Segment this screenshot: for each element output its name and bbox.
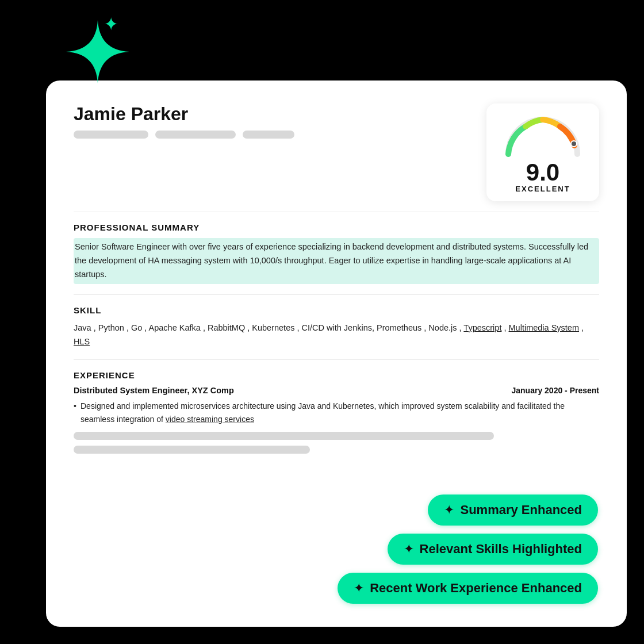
skill-title: SKILL [74,305,599,315]
placeholder-line-2 [74,446,310,454]
header-row: Jamie Parker [74,103,599,201]
contact-bar-1 [74,131,148,139]
resume-card: Jamie Parker [46,80,627,627]
skill-sep-1: , [504,323,508,332]
sparkle-decoration [63,17,132,89]
divider-3 [74,359,599,360]
score-value: 9.0 [526,160,559,185]
experience-title: EXPERIENCE [74,370,599,380]
svg-point-0 [571,141,577,147]
badge-skills-icon: ✦ [404,542,414,557]
exp-link: video streaming services [166,415,254,424]
skill-typescript: Typescript [463,323,501,332]
badge-summary-icon: ✦ [444,503,454,518]
badge-skills: ✦ Relevant Skills Highlighted [388,534,598,565]
candidate-name: Jamie Parker [74,103,294,125]
gauge [503,114,583,157]
divider-2 [74,294,599,295]
exp-date: January 2020 - Present [511,386,599,395]
divider-1 [74,212,599,212]
exp-row: Distributed System Engineer, XYZ Comp Ja… [74,386,599,395]
exp-bullet-text: Designed and implemented microservices a… [80,401,565,424]
summary-title: PROFESSIONAL SUMMARY [74,223,599,232]
score-label: EXCELLENT [515,185,570,193]
experience-section: EXPERIENCE Distributed System Engineer, … [74,370,599,454]
badge-summary-text: Summary Enhanced [460,503,582,518]
name-section: Jamie Parker [74,103,294,141]
score-widget: 9.0 EXCELLENT [486,103,599,201]
placeholder-line-1 [74,432,494,440]
contact-bar-3 [243,131,294,139]
summary-text: Senior Software Engineer with over five … [74,238,599,284]
skill-hls: HLS [74,337,90,346]
badge-skills-text: Relevant Skills Highlighted [420,542,582,557]
exp-bullet: Designed and implemented microservices a… [74,400,599,426]
badge-experience: ✦ Recent Work Experience Enhanced [338,573,598,604]
skill-text: Java , Python , Go , Apache Kafka , Rabb… [74,321,599,349]
skill-plain-1: Java , Python , Go , Apache Kafka , Rabb… [74,323,463,332]
skill-multimedia: Multimedia System [509,323,579,332]
exp-job-title: Distributed System Engineer, XYZ Comp [74,386,234,395]
contact-placeholders [74,131,294,139]
skill-section: SKILL Java , Python , Go , Apache Kafka … [74,305,599,349]
contact-bar-2 [155,131,236,139]
summary-section: PROFESSIONAL SUMMARY Senior Software Eng… [74,223,599,284]
badge-summary: ✦ Summary Enhanced [428,494,598,526]
badge-experience-icon: ✦ [354,581,364,596]
badges-area: ✦ Summary Enhanced ✦ Relevant Skills Hig… [338,494,598,604]
skill-sep-2: , [581,323,584,332]
badge-experience-text: Recent Work Experience Enhanced [370,581,582,596]
